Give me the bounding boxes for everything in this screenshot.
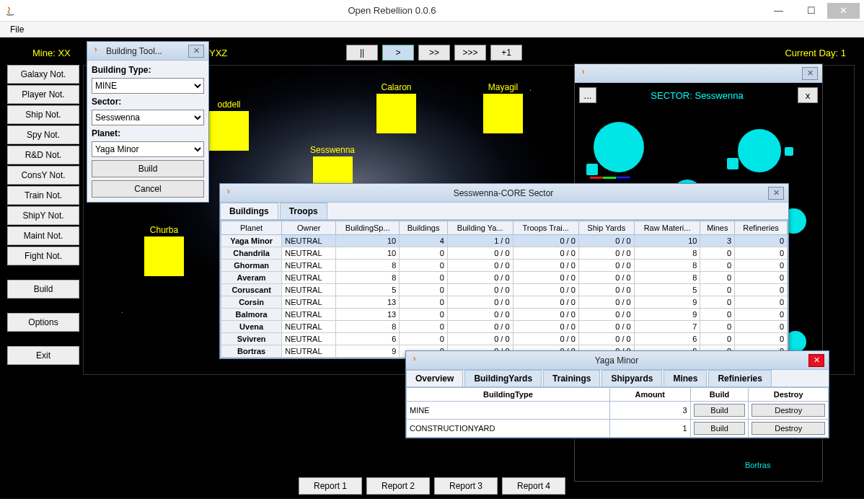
tab-buildings[interactable]: Buildings	[220, 203, 278, 219]
table-row: MINE3BuildDestroy	[407, 402, 829, 420]
column-header[interactable]: Refineries	[735, 221, 788, 235]
sidebar-item-galaxy-not-[interactable]: Galaxy Not.	[7, 65, 79, 84]
ff-button[interactable]: >>	[418, 45, 450, 61]
window-title: Open Rebellion 0.0.6	[22, 5, 762, 16]
table-row[interactable]: AveramNEUTRAL800 / 00 / 00 / 0800	[221, 272, 788, 284]
table-row[interactable]: CoruscantNEUTRAL500 / 00 / 00 / 0500	[221, 284, 788, 296]
sidebar-item-spy-not-[interactable]: Spy Not.	[7, 125, 79, 144]
java-icon	[579, 68, 589, 79]
column-header[interactable]: Planet	[221, 221, 282, 235]
status-center: YXZ	[209, 48, 227, 58]
tab-overview[interactable]: Overview	[406, 370, 463, 386]
planet-tabs: OverviewBuildingYardsTrainingsShipyardsM…	[406, 370, 829, 387]
sector-panel-close[interactable]: ✕	[802, 67, 818, 80]
sector-menu-button[interactable]: ...	[579, 87, 596, 103]
core-sector-window: Sesswenna-CORE Sector ✕ BuildingsTroops …	[219, 183, 789, 359]
column-header[interactable]: Mines	[700, 221, 735, 235]
report-button[interactable]: Report 3	[434, 477, 498, 495]
destroy-button[interactable]: Destroy	[751, 404, 825, 417]
column-header[interactable]: Raw Materi...	[634, 221, 700, 235]
cancel-button[interactable]: Cancel	[92, 180, 204, 198]
table-row[interactable]: GhormanNEUTRAL800 / 00 / 00 / 0800	[221, 260, 788, 272]
sidebar-item-maint-not-[interactable]: Maint Not.	[7, 226, 79, 245]
core-window-close[interactable]: ✕	[768, 187, 784, 200]
column-header[interactable]: Buildings	[400, 221, 448, 235]
tab-troops[interactable]: Troops	[280, 203, 327, 219]
sector-x-button[interactable]: x	[798, 87, 818, 103]
building-type-select[interactable]: MINE	[92, 78, 204, 94]
table-row[interactable]: SvivrenNEUTRAL600 / 00 / 00 / 0600	[221, 333, 788, 345]
tab-refinieries[interactable]: Refinieries	[708, 370, 771, 386]
status-current-day: Current Day: 1	[785, 48, 846, 58]
sector-label: Sector:	[92, 97, 204, 107]
fff-button[interactable]: >>>	[454, 45, 486, 61]
column-header[interactable]: Troops Trai...	[513, 221, 578, 235]
tab-shipyards[interactable]: Shipyards	[601, 370, 662, 386]
report-button[interactable]: Report 2	[366, 477, 430, 495]
tab-buildingyards[interactable]: BuildingYards	[464, 370, 542, 386]
table-row[interactable]: BalmoraNEUTRAL1300 / 00 / 00 / 0900	[221, 309, 788, 321]
building-type-label: Building Type:	[92, 65, 204, 75]
planet-select[interactable]: Yaga Minor	[92, 141, 204, 157]
sidebar-item-shipy-not-[interactable]: ShipY Not.	[7, 206, 79, 225]
build-button[interactable]: Build	[694, 404, 746, 417]
report-button[interactable]: Report 4	[502, 477, 565, 495]
java-icon	[4, 5, 16, 17]
building-tool-close[interactable]: ✕	[188, 45, 204, 58]
core-window-title: Sesswenna-CORE Sector	[239, 188, 768, 198]
close-button[interactable]: ✕	[827, 3, 860, 19]
table-row[interactable]: CorsinNEUTRAL1300 / 00 / 00 / 0900	[221, 296, 788, 309]
map-planet-mayagil[interactable]: Mayagil	[483, 82, 523, 133]
planet-label: Planet:	[92, 128, 204, 138]
reports-bar: Report 1Report 2Report 3Report 4	[299, 477, 565, 495]
destroy-button[interactable]: Destroy	[751, 422, 825, 435]
window-titlebar: Open Rebellion 0.0.6 — ☐ ✕	[0, 0, 864, 22]
minimize-button[interactable]: —	[762, 3, 795, 19]
sidebar-item-options[interactable]: Options	[7, 313, 79, 332]
column-header[interactable]: Ship Yards	[578, 221, 634, 235]
sidebar-item-player-not-[interactable]: Player Not.	[7, 85, 79, 104]
sidebar-item-ship-not-[interactable]: Ship Not.	[7, 105, 79, 124]
game-area: Mine: XX YXZ Current Day: 1 || > >> >>> …	[0, 37, 864, 499]
status-mine: Mine: XX	[32, 48, 71, 58]
map-planet-oddell[interactable]: oddell	[209, 100, 249, 151]
planet-table: BuildingTypeAmountBuildDestroy MINE3Buil…	[406, 387, 829, 438]
java-icon	[92, 46, 102, 56]
sector-planet-label[interactable]: Bortras	[745, 461, 770, 469]
column-header: Amount	[609, 388, 690, 402]
sidebar-item-r-d-not-[interactable]: R&D Not.	[7, 146, 79, 164]
column-header[interactable]: Owner	[282, 221, 336, 235]
plus1-button[interactable]: +1	[490, 45, 522, 61]
report-button[interactable]: Report 1	[299, 477, 362, 495]
build-button[interactable]: Build	[694, 422, 746, 435]
sector-name-label: SECTOR: Sesswenna	[601, 90, 793, 101]
maximize-button[interactable]: ☐	[795, 3, 827, 19]
sidebar-item-fight-not-[interactable]: Fight Not.	[7, 247, 79, 265]
table-row: CONSTRUCTIONYARD1BuildDestroy	[407, 420, 829, 438]
table-row[interactable]: ChandrilaNEUTRAL1000 / 00 / 00 / 0800	[221, 247, 788, 260]
sidebar-item-exit[interactable]: Exit	[7, 346, 79, 365]
column-header[interactable]: Building Ya...	[447, 221, 513, 235]
column-header: BuildingType	[407, 388, 610, 402]
table-row[interactable]: UvenaNEUTRAL800 / 00 / 00 / 0700	[221, 321, 788, 333]
pause-button[interactable]: ||	[346, 45, 378, 61]
tab-mines[interactable]: Mines	[664, 370, 707, 386]
planet-window-close[interactable]: ✕	[808, 354, 824, 367]
column-header: Build	[690, 388, 749, 402]
build-button[interactable]: Build	[92, 160, 204, 177]
play-button[interactable]: >	[382, 45, 414, 61]
core-tabs: BuildingsTroops	[220, 203, 788, 220]
java-icon	[410, 355, 420, 366]
sidebar-item-train-not-[interactable]: Train Not.	[7, 186, 79, 205]
column-header[interactable]: BuildingSp...	[336, 221, 400, 235]
sidebar-item-consy-not-[interactable]: ConsY Not.	[7, 166, 79, 185]
sidebar-item-build[interactable]: Build	[7, 280, 79, 299]
building-tool-window: Building Tool... ✕ Building Type: MINE S…	[87, 41, 209, 203]
menu-file[interactable]: File	[6, 23, 28, 36]
map-planet-churba[interactable]: Churba	[144, 225, 184, 276]
sector-select[interactable]: Sesswenna	[92, 110, 204, 125]
table-row[interactable]: Yaga MinorNEUTRAL1041 / 00 / 00 / 01030	[221, 235, 788, 247]
planet-detail-window: Yaga Minor ✕ OverviewBuildingYardsTraini…	[405, 350, 829, 438]
map-planet-calaron[interactable]: Calaron	[376, 82, 416, 133]
tab-trainings[interactable]: Trainings	[543, 370, 600, 386]
